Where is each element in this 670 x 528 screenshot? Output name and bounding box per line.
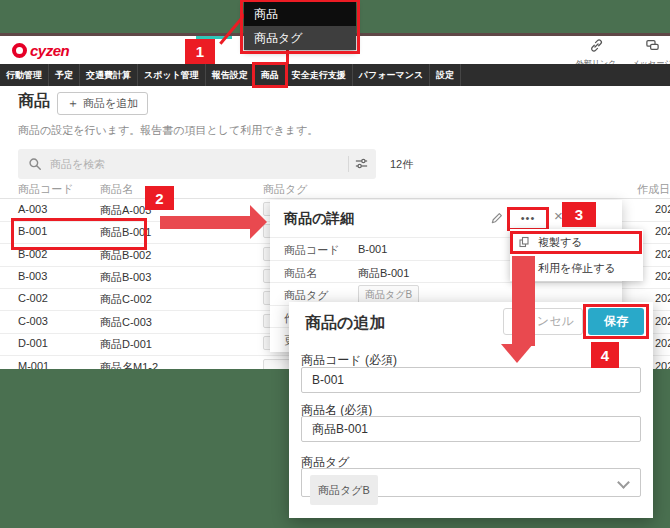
search-placeholder: 商品を検索 (50, 149, 105, 179)
nav-item-shouhin-active[interactable]: 商品 (255, 64, 286, 86)
chevron-down-icon (617, 476, 630, 489)
nav-item-anzen[interactable]: 安全走行支援 (286, 64, 353, 86)
search-icon (28, 157, 42, 171)
add-name-input[interactable]: 商品B-001 (301, 416, 641, 442)
col-header-created: 作成日 (637, 182, 670, 197)
field-value: B-001 (358, 243, 387, 255)
product-add-modal: 商品の追加 キャンセル 保存 商品コード (必須) B-001 商品名 (必須)… (289, 302, 653, 518)
cyzen-logo: cyzen (12, 42, 69, 59)
add-product-button[interactable]: ＋ 商品を追加 (57, 92, 148, 115)
cell-created-date: 2023 (655, 360, 670, 369)
cell-code: M-001 (18, 360, 49, 369)
cell-code: D-001 (18, 337, 48, 349)
cell-code: B-003 (18, 270, 47, 282)
arrow-right-head (250, 205, 267, 239)
cell-created-date: 2023 (655, 337, 670, 349)
nav-item-koutsuuhi[interactable]: 交通費計算 (80, 64, 138, 86)
nav-item-shouhin-label: 商品 (261, 70, 279, 80)
arrow-down-shaft (512, 256, 535, 346)
cell-code: A-003 (18, 203, 47, 215)
add-modal-title: 商品の追加 (305, 313, 385, 334)
step-2-badge: 2 (145, 186, 174, 210)
nav-item-koudoukanri[interactable]: 行動管理 (0, 64, 49, 86)
cell-code: B-001 (18, 225, 47, 237)
add-code-input[interactable]: B-001 (301, 367, 641, 393)
cell-created-date: 2023 (655, 292, 670, 304)
nav-item-settei[interactable]: 設定 (430, 64, 461, 86)
result-count: 12件 (390, 157, 413, 172)
search-divider (348, 156, 349, 172)
step-3-badge: 3 (562, 202, 596, 227)
add-name-value: 商品B-001 (312, 422, 368, 436)
cell-created-date: 2023 (655, 203, 670, 215)
field-value: 商品B-001 (358, 266, 409, 281)
menu-item-duplicate[interactable]: 複製する (510, 229, 643, 255)
detail-modal-title: 商品の詳細 (284, 210, 354, 228)
cell-name: 商品D-001 (100, 337, 152, 352)
more-options-button[interactable]: ••• (510, 209, 546, 229)
col-header-name: 商品名 (100, 182, 133, 197)
cyzen-logo-icon (12, 43, 27, 58)
selected-tag-chip: 商品タグB (310, 475, 378, 505)
step-1-badge: 1 (185, 39, 215, 64)
submenu-item-product-tag[interactable]: 商品タグ (244, 26, 356, 50)
cell-name: 商品名M1-2 (100, 360, 158, 369)
page-title: 商品 (18, 91, 50, 112)
step-4-badge: 4 (591, 342, 619, 368)
cyzen-logo-text: cyzen (30, 42, 69, 59)
col-header-code: 商品コード (18, 182, 74, 197)
ellipsis-icon: ••• (521, 212, 536, 224)
edit-pencil-icon[interactable] (490, 211, 504, 225)
search-input[interactable]: 商品を検索 (18, 149, 376, 179)
link-icon (589, 38, 604, 53)
page-description: 商品の設定を行います。報告書の項目として利用できます。 (18, 123, 318, 138)
cell-name: 商品C-003 (100, 315, 152, 330)
arrow-down-head (501, 344, 533, 363)
field-label: 商品タグ (284, 288, 329, 303)
annotation-connector-line (286, 50, 289, 64)
menu-item-suspend-label: 利用を停止する (538, 255, 616, 281)
nav-item-performance[interactable]: パフォーマンス (353, 64, 430, 86)
save-button-label: 保存 (604, 314, 628, 328)
cell-name: 商品A-003 (100, 203, 151, 218)
cell-created-date: 2023 (655, 270, 670, 282)
filter-icon[interactable] (354, 156, 369, 171)
nav-item-houkoku[interactable]: 報告設定 (206, 64, 255, 86)
add-code-value: B-001 (312, 373, 344, 387)
cell-code: B-002 (18, 248, 47, 260)
cell-name: 商品B-002 (100, 248, 151, 263)
screenshot-canvas: cyzen 外部リンク メッセージ 行動管理 予定 交通費計算 スポット管理 報… (0, 0, 670, 528)
message-icon (645, 38, 660, 53)
duplicate-icon (518, 236, 530, 248)
cell-name: 商品B-001 (100, 225, 151, 240)
save-button[interactable]: 保存 (588, 308, 644, 335)
field-label: 商品名 (284, 266, 317, 281)
menu-item-duplicate-label: 複製する (538, 229, 583, 255)
add-product-button-label: 商品を追加 (83, 96, 138, 111)
cell-created-date: 2023 (655, 225, 670, 237)
arrow-right-shaft (160, 216, 250, 229)
cell-created-date: 2023 (655, 248, 670, 260)
add-tag-select[interactable]: 商品タグB (301, 468, 641, 497)
cell-name: 商品B-003 (100, 270, 151, 285)
cell-code: C-002 (18, 292, 48, 304)
cell-created-date: 2023 (655, 315, 670, 327)
cell-code: C-003 (18, 315, 48, 327)
nav-item-yotei[interactable]: 予定 (49, 64, 80, 86)
cell-name: 商品C-002 (100, 292, 152, 307)
submenu-item-product[interactable]: 商品 (244, 2, 356, 26)
plus-icon: ＋ (67, 95, 79, 112)
nav-product-submenu: 商品 商品タグ (244, 2, 356, 50)
col-header-tag: 商品タグ (263, 182, 308, 197)
field-label: 商品コード (284, 243, 340, 258)
main-nav: 行動管理 予定 交通費計算 スポット管理 報告設定 商品 安全走行支援 パフォー… (0, 64, 670, 86)
nav-item-spot[interactable]: スポット管理 (138, 64, 206, 86)
